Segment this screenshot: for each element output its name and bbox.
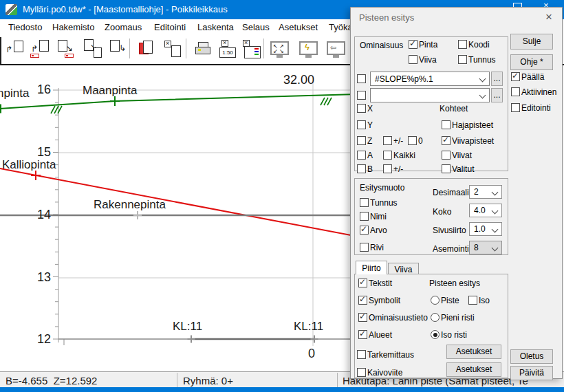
pieni-risti-label: Pieni risti [441, 313, 475, 323]
convert-file-button[interactable]: ↘ [81, 38, 104, 61]
nimi-checkbox[interactable] [360, 212, 369, 221]
tab-piirto[interactable]: Piirto [356, 261, 387, 274]
x-checkbox[interactable] [357, 104, 366, 113]
arvo-checkbox[interactable] [360, 226, 369, 235]
status-group: Ryhmä: 0+ [183, 375, 233, 386]
tab-viiva[interactable]: Viiva [388, 263, 419, 274]
kaikki-checkbox[interactable] [383, 151, 392, 160]
dialog-close-icon[interactable]: × [545, 10, 552, 24]
tekstit-checkbox[interactable] [358, 279, 367, 287]
z-zero-checkbox[interactable] [408, 136, 417, 145]
read-file-format-button[interactable]: ↱ [29, 38, 52, 61]
y-checkbox[interactable] [357, 120, 366, 129]
previous-view-button[interactable]: ⇦ [324, 38, 347, 61]
back-arrow-icon: ⇦ [330, 43, 336, 52]
z-plusminus-label: +/- [393, 136, 403, 146]
editointi-label: Editointi [521, 103, 551, 113]
ohje-button[interactable]: Ohje * [510, 54, 553, 70]
menu-tiedosto[interactable]: Tiedosto [8, 22, 42, 32]
asemointi-label: Asemointi [433, 244, 469, 254]
esitysmuoto-label: Esitysmuoto [360, 183, 404, 193]
tunnus2-checkbox[interactable] [360, 198, 369, 207]
menu-asetukset[interactable]: Asetukset [279, 22, 318, 32]
iso-risti-radio[interactable] [431, 330, 440, 339]
aktiivinen-checkbox[interactable] [511, 87, 520, 96]
tarkemittaus-asetukset-button[interactable]: Asetukset [446, 345, 501, 359]
menu-editointi[interactable]: Editointi [154, 22, 186, 32]
pinta-checkbox[interactable] [409, 40, 417, 49]
sulje-button[interactable]: Sulje [510, 34, 553, 50]
attribute1-combo[interactable]: #SLOPE%p%.1 [370, 72, 490, 86]
z-checkbox[interactable] [357, 136, 366, 145]
write-file-format-button[interactable]: ↘ [55, 38, 78, 61]
z-zero-label: 0 [418, 136, 423, 146]
viivapisteet-checkbox[interactable] [442, 136, 451, 145]
b-checkbox[interactable] [357, 164, 366, 173]
document-icon [94, 47, 102, 58]
lightning-icon: ϟ [305, 43, 310, 52]
alueet-label: Alueet [369, 330, 392, 340]
close-box-icon [164, 41, 171, 47]
symbolit-checkbox[interactable] [358, 296, 367, 305]
attribute1-browse-button[interactable]: ... [491, 72, 503, 86]
legend-panel-icon [244, 46, 261, 58]
viiva-checkbox[interactable] [409, 55, 417, 64]
format-icon [65, 54, 74, 58]
ominaisuustieto-checkbox[interactable] [358, 313, 367, 322]
tarkemittaus-checkbox[interactable] [357, 350, 366, 359]
fit-view-button[interactable]: ↖ ↗ ↙ ↘ [268, 38, 290, 61]
attribute1-enable-checkbox[interactable] [357, 74, 366, 83]
print-button[interactable] [192, 38, 215, 61]
chart-label: Maanpinta [0, 87, 29, 100]
b-plusminus-checkbox[interactable] [383, 164, 392, 173]
pisteen-esitys-label: Pisteen esitys [429, 279, 480, 288]
close-file-button[interactable] [161, 38, 184, 61]
iso-checkbox[interactable] [468, 296, 477, 305]
dialog-title[interactable]: Pisteen esitys [359, 12, 414, 23]
paivita-button[interactable]: Päivitä [510, 366, 553, 380]
asemointi-select[interactable]: 8 [469, 241, 502, 254]
kaivoviite-asetukset-button[interactable]: Asetukset [446, 362, 501, 377]
kaivoviite-checkbox[interactable] [357, 368, 366, 377]
print-scale-button[interactable]: 1:50 [216, 38, 239, 61]
file-list-button[interactable] [135, 38, 158, 61]
z-label: Z [367, 136, 372, 146]
pieni-risti-radio[interactable] [431, 313, 440, 322]
oletus-button[interactable]: Oletus [510, 349, 553, 364]
window-title: Mylläri.po0.tdw* - [Maastomalliohje] - P… [23, 4, 228, 14]
legend-settings-button[interactable] [240, 38, 263, 61]
editointi-checkbox[interactable] [511, 103, 520, 112]
export-arrow-icon: ↘ [66, 44, 73, 52]
koodi-label: Koodi [468, 40, 490, 50]
piste-radio[interactable] [431, 296, 440, 305]
valitut-checkbox[interactable] [442, 164, 451, 173]
sivusiirto-select[interactable]: 1.0 [469, 222, 502, 236]
tunnus-checkbox[interactable] [458, 55, 467, 64]
menu-selaus[interactable]: Selaus [242, 22, 270, 32]
attribute2-browse-button[interactable]: ... [491, 88, 503, 102]
desimaalit-select[interactable]: 2 [469, 185, 502, 199]
koko-select[interactable]: 4.0 [469, 204, 502, 217]
a-checkbox[interactable] [357, 151, 366, 160]
viivat-checkbox[interactable] [442, 151, 451, 160]
pinta-label: Pinta [419, 40, 437, 50]
ominaisuus-label: Ominaisuus [360, 41, 403, 50]
paalla-checkbox[interactable] [511, 72, 520, 81]
arvo-label: Arvo [370, 226, 387, 235]
tarkemittaus-label: Tarkemittaus [367, 350, 414, 360]
z-plusminus-checkbox[interactable] [383, 136, 392, 145]
read-file-button[interactable]: ↱ [4, 38, 27, 61]
attribute2-combo[interactable] [370, 88, 490, 102]
menu-hakemisto[interactable]: Hakemisto [52, 22, 94, 32]
koodi-checkbox[interactable] [458, 40, 467, 49]
hajapisteet-checkbox[interactable] [442, 120, 451, 129]
printer-light-icon [198, 49, 201, 51]
menu-zoomaus[interactable]: Zoomaus [105, 22, 142, 32]
attribute2-enable-checkbox[interactable] [357, 91, 366, 100]
menu-laskenta[interactable]: Laskenta [197, 22, 234, 32]
write-file-button[interactable]: ↳ [107, 38, 129, 61]
rivi-checkbox[interactable] [360, 243, 369, 252]
redraw-button[interactable]: ϟ [296, 38, 319, 61]
alueet-checkbox[interactable] [358, 330, 367, 339]
symbolit-label: Symbolit [369, 296, 400, 305]
